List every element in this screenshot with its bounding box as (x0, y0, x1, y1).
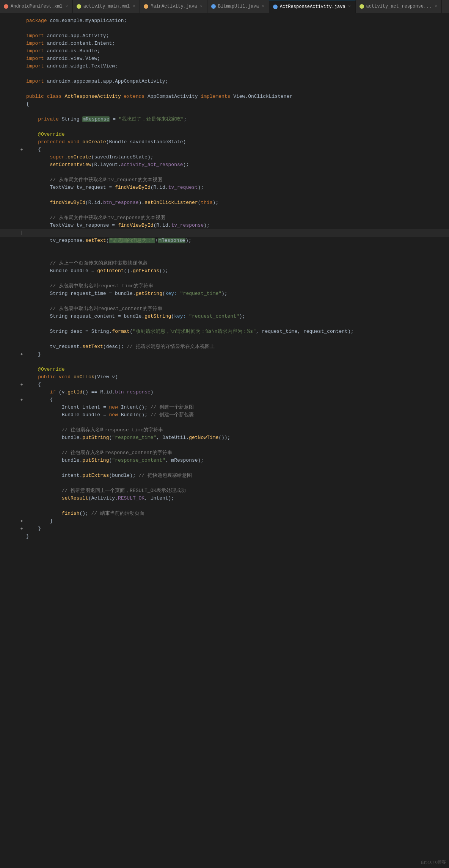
code-line: findViewById(R.id.btn_response).setOnCli… (0, 199, 449, 207)
code-line: ◆ { (0, 396, 449, 404)
code-line: } (0, 533, 449, 540)
tab-bitmaputil[interactable]: BitmapUtil.java × (207, 0, 269, 13)
code-line: // 往包裹存入名叫response_content的字符串 (0, 449, 449, 457)
code-line (0, 169, 449, 176)
code-line (0, 335, 449, 343)
code-line: import android.widget.TextView; (0, 63, 449, 70)
code-line (0, 252, 449, 260)
code-line: Bundle bundle = getIntent().getExtras(); (0, 267, 449, 275)
code-line: import androidx.appcompat.app.AppCompatA… (0, 78, 449, 85)
code-line (0, 502, 449, 510)
code-line (0, 298, 449, 305)
code-line (0, 244, 449, 252)
code-line: // 从布局文件中获取名叫tv_response的文本视图 (0, 214, 449, 222)
code-line: String request_content = bundle.getStrin… (0, 313, 449, 320)
code-line: setResult(Activity.RESULT_OK, intent); (0, 495, 449, 502)
code-line: Bundle bundle = new Bundle(); // 创建一个新包裹 (0, 411, 449, 419)
code-line: String desc = String.format("收到请求消息，\n请求… (0, 328, 449, 335)
code-line: ◆ } (0, 351, 449, 358)
code-line (0, 275, 449, 282)
code-line (0, 123, 449, 131)
tab-activity-act-response[interactable]: activity_act_response... × (356, 0, 442, 13)
code-line: @Override (0, 366, 449, 373)
code-line (0, 442, 449, 449)
code-line-cursor: │ (0, 229, 449, 237)
code-line (0, 108, 449, 116)
tab-activity-main-xml[interactable]: activity_main.xml × (73, 0, 140, 13)
code-line: ◆ } (0, 517, 449, 525)
tab-mainactivity[interactable]: MainActivity.java × (140, 0, 207, 13)
code-line: @Override (0, 131, 449, 138)
code-line: ◆ { (0, 146, 449, 154)
code-line: TextView tv_response = findViewById(R.id… (0, 222, 449, 229)
code-line: { (0, 100, 449, 108)
code-line (0, 419, 449, 426)
code-line: String request_time = bundle.getString(k… (0, 290, 449, 298)
code-line: setContentView(R.layout.activity_act_res… (0, 161, 449, 169)
code-line: ◆ } (0, 525, 449, 533)
code-line: if (v.getId() == R.id.btn_response) (0, 389, 449, 396)
code-line: super.onCreate(savedInstanceState); (0, 154, 449, 161)
code-line: ◆ { (0, 381, 449, 389)
code-line: // 携带意图返回上一个页面，RESULT_OK表示处理成功 (0, 487, 449, 495)
code-line: package com.example.myapplication; (0, 17, 449, 25)
tab-actresponse[interactable]: ActResponseActivity.java × (269, 0, 356, 13)
code-line: // 从包裹中取出名叫request_content的字符串 (0, 305, 449, 313)
code-line (0, 207, 449, 214)
code-line: // 从包裹中取出名叫request_time的字符串 (0, 282, 449, 290)
code-line: protected void onCreate(Bundle savedInst… (0, 138, 449, 146)
code-line (0, 358, 449, 366)
editor: package com.example.myapplication; impor… (0, 13, 449, 559)
code-line: private String mResponse = "我吃过了，还是你来我家吃… (0, 116, 449, 123)
code-line (0, 85, 449, 93)
code-line: public void onClick(View v) (0, 373, 449, 381)
tab-androidmanifest[interactable]: AndroidManifest.xml × (0, 0, 73, 13)
code-line: tv_response.setText("请选回的消息为："+mResponse… (0, 237, 449, 244)
code-line: // 从上一个页面传来的意图中获取快递包裹 (0, 260, 449, 267)
code-line (0, 320, 449, 328)
code-line: import android.app.Activity; (0, 32, 449, 40)
code-line: Intent intent = new Intent(); // 创建一个新意图 (0, 404, 449, 411)
code-line: import android.view.View; (0, 55, 449, 63)
code-line: import android.os.Bundle; (0, 47, 449, 55)
code-line: TextView tv_request = findViewById(R.id.… (0, 184, 449, 191)
code-line (0, 191, 449, 199)
code-line: bundle.putString("response_time", DateUt… (0, 434, 449, 442)
tab-bar: AndroidManifest.xml × activity_main.xml … (0, 0, 449, 13)
code-line: import android.content.Intent; (0, 40, 449, 47)
code-line: intent.putExtras(bundle); // 把快递包裹塞给意图 (0, 472, 449, 479)
code-line: public class ActResponseActivity extends… (0, 93, 449, 100)
code-line (0, 70, 449, 78)
code-line: finish(); // 结束当前的活动页面 (0, 510, 449, 517)
code-line: // 从布局文件中获取名叫tv_request的文本视图 (0, 176, 449, 184)
code-line: tv_request.setText(desc); // 把请求消息的详情显示在… (0, 343, 449, 351)
code-line: bundle.putString("response_content", mRe… (0, 457, 449, 464)
code-line: // 往包裹存入名叫response_time的字符串 (0, 426, 449, 434)
code-line (0, 479, 449, 487)
code-line (0, 25, 449, 32)
code-line (0, 464, 449, 472)
code-line (0, 540, 449, 555)
